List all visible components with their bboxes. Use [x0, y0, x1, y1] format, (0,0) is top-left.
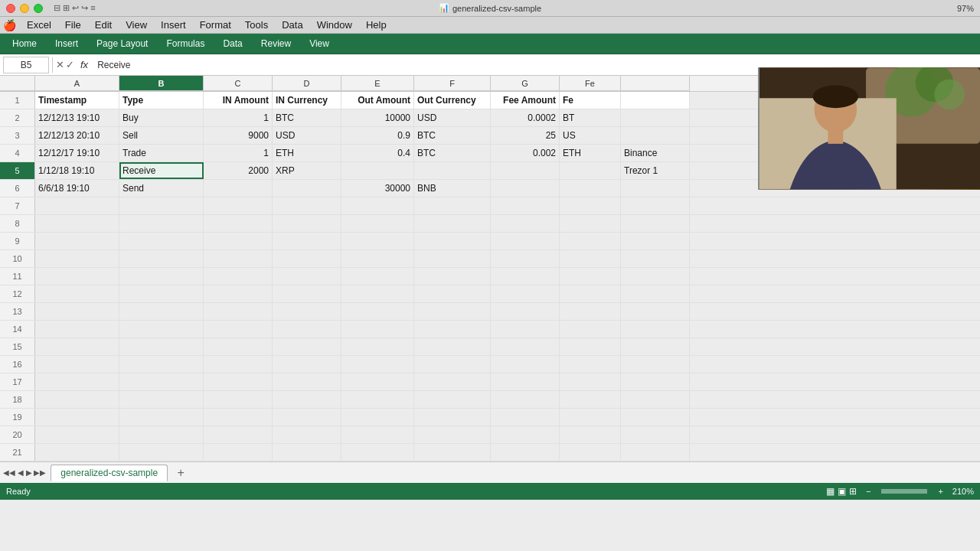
cell-i21[interactable]	[621, 444, 690, 461]
cell-i5[interactable]: Trezor 1	[621, 162, 690, 179]
cell-e10[interactable]	[341, 250, 414, 267]
cell-g4[interactable]: 0.002	[491, 145, 560, 161]
cell-b18[interactable]	[119, 391, 204, 408]
cell-h17[interactable]	[560, 373, 621, 390]
cell-g3[interactable]: 25	[491, 127, 560, 144]
cell-a3[interactable]: 12/12/13 20:10	[35, 127, 119, 144]
cell-f1[interactable]: Out Currency	[414, 92, 491, 109]
row-number-17[interactable]: 17	[0, 373, 35, 390]
cell-h14[interactable]	[560, 321, 621, 337]
cell-b1[interactable]: Type	[119, 92, 204, 109]
row-number-19[interactable]: 19	[0, 409, 35, 425]
cell-h4[interactable]: ETH	[560, 145, 621, 161]
cancel-formula-icon[interactable]: ✕	[56, 59, 64, 70]
cell-e11[interactable]	[341, 268, 414, 285]
zoom-minus-icon[interactable]: −	[866, 487, 871, 496]
cell-b4[interactable]: Trade	[119, 145, 204, 161]
cell-g15[interactable]	[491, 338, 560, 355]
cell-b8[interactable]	[119, 215, 204, 232]
row-number-13[interactable]: 13	[0, 303, 35, 320]
cell-a14[interactable]	[35, 321, 119, 337]
cell-f6[interactable]: BNB	[414, 180, 491, 197]
cell-d12[interactable]	[273, 285, 341, 302]
cell-d5[interactable]: XRP	[273, 162, 341, 179]
cell-f14[interactable]	[414, 321, 491, 337]
cell-f8[interactable]	[414, 215, 491, 232]
cell-e15[interactable]	[341, 338, 414, 355]
cell-h3[interactable]: US	[560, 127, 621, 144]
cell-h9[interactable]	[560, 233, 621, 249]
cell-f10[interactable]	[414, 250, 491, 267]
cell-g16[interactable]	[491, 356, 560, 373]
cell-a10[interactable]	[35, 250, 119, 267]
menu-view[interactable]: View	[119, 18, 153, 32]
cell-h15[interactable]	[560, 338, 621, 355]
row-number-2[interactable]: 2	[0, 109, 35, 126]
row-number-11[interactable]: 11	[0, 268, 35, 285]
cell-b9[interactable]	[119, 233, 204, 249]
cell-a19[interactable]	[35, 409, 119, 425]
cell-e12[interactable]	[341, 285, 414, 302]
cell-g1[interactable]: Fee Amount	[491, 92, 560, 109]
menu-window[interactable]: Window	[311, 18, 358, 32]
sheet-tab-active[interactable]: generalized-csv-sample	[51, 465, 168, 481]
cell-a20[interactable]	[35, 426, 119, 443]
zoom-plus-icon[interactable]: +	[938, 487, 942, 496]
menu-file[interactable]: File	[59, 18, 87, 32]
cell-h20[interactable]	[560, 426, 621, 443]
cell-a13[interactable]	[35, 303, 119, 320]
cell-c8[interactable]	[204, 215, 273, 232]
cell-h16[interactable]	[560, 356, 621, 373]
cell-i17[interactable]	[621, 373, 690, 390]
confirm-formula-icon[interactable]: ✓	[66, 59, 74, 70]
cell-f19[interactable]	[414, 409, 491, 425]
cell-c5[interactable]: 2000	[204, 162, 273, 179]
cell-e16[interactable]	[341, 356, 414, 373]
cell-b15[interactable]	[119, 338, 204, 355]
cell-g11[interactable]	[491, 268, 560, 285]
cell-h21[interactable]	[560, 444, 621, 461]
cell-f17[interactable]	[414, 373, 491, 390]
cell-e3[interactable]: 0.9	[341, 127, 414, 144]
cell-b17[interactable]	[119, 373, 204, 390]
cell-i11[interactable]	[621, 268, 690, 285]
cell-d6[interactable]	[273, 180, 341, 197]
row-number-15[interactable]: 15	[0, 338, 35, 355]
cell-c14[interactable]	[204, 321, 273, 337]
cell-i9[interactable]	[621, 233, 690, 249]
cell-e14[interactable]	[341, 321, 414, 337]
close-button[interactable]	[6, 4, 15, 13]
cell-i1[interactable]	[621, 92, 690, 109]
cell-e20[interactable]	[341, 426, 414, 443]
cell-f11[interactable]	[414, 268, 491, 285]
cell-f5[interactable]	[414, 162, 491, 179]
row-number-12[interactable]: 12	[0, 285, 35, 302]
cell-i4[interactable]: Binance	[621, 145, 690, 161]
cell-d13[interactable]	[273, 303, 341, 320]
cell-c11[interactable]	[204, 268, 273, 285]
cell-a18[interactable]	[35, 391, 119, 408]
cell-d18[interactable]	[273, 391, 341, 408]
cell-c18[interactable]	[204, 391, 273, 408]
row-number-1[interactable]: 1	[0, 92, 35, 109]
col-header-b[interactable]: B	[119, 76, 204, 91]
cell-d4[interactable]: ETH	[273, 145, 341, 161]
cell-c2[interactable]: 1	[204, 109, 273, 126]
cell-c19[interactable]	[204, 409, 273, 425]
cell-c16[interactable]	[204, 356, 273, 373]
col-header-i[interactable]	[621, 76, 690, 91]
cell-reference-box[interactable]: B5	[3, 57, 49, 73]
cell-f18[interactable]	[414, 391, 491, 408]
cell-f15[interactable]	[414, 338, 491, 355]
row-number-16[interactable]: 16	[0, 356, 35, 373]
cell-b16[interactable]	[119, 356, 204, 373]
tab-page-layout[interactable]: Page Layout	[87, 34, 157, 54]
col-header-d[interactable]: D	[273, 76, 341, 91]
cell-a6[interactable]: 6/6/18 19:10	[35, 180, 119, 197]
apple-menu[interactable]: 🍎	[3, 19, 16, 31]
cell-c1[interactable]: IN Amount	[204, 92, 273, 109]
cell-h1[interactable]: Fe	[560, 92, 621, 109]
cell-h6[interactable]	[560, 180, 621, 197]
menu-tools[interactable]: Tools	[239, 18, 274, 32]
cell-g10[interactable]	[491, 250, 560, 267]
